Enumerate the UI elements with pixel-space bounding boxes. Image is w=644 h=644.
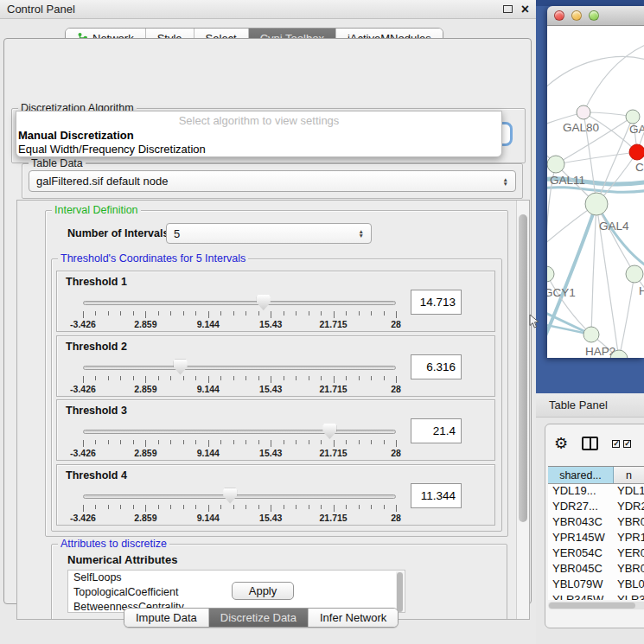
cell-name[interactable]: YBR0	[614, 515, 644, 531]
cell-shared-name[interactable]: YER054C	[548, 546, 614, 562]
cell-shared-name[interactable]: YDR27...	[548, 500, 614, 515]
table-row[interactable]: YBR043CYBR0	[548, 515, 644, 531]
threshold-slider-track[interactable]	[83, 430, 396, 434]
network-node-ga[interactable]	[626, 110, 640, 124]
tick-mark	[220, 440, 221, 444]
bottom-tab-impute-data[interactable]: Impute Data	[124, 609, 209, 627]
table-row[interactable]: YBR045CYBR0	[548, 562, 644, 577]
cell-shared-name[interactable]: YBR043C	[548, 515, 614, 531]
dropdown-option-equal-width-frequency[interactable]: Equal Width/Frequency Discretization	[16, 142, 501, 156]
cell-shared-name[interactable]: YPR145W	[548, 531, 614, 546]
threshold-value-field[interactable]: 6.316	[411, 354, 462, 379]
threshold-slider-thumb[interactable]	[322, 424, 336, 439]
cell-name[interactable]: YER0	[614, 546, 644, 562]
cell-shared-name[interactable]: YDL19...	[548, 484, 614, 500]
table-row[interactable]: YDR27...YDR2	[548, 500, 644, 515]
column-header-shared-[interactable]: shared...	[548, 467, 614, 483]
table-panel-titlebar: Table Panel	[536, 393, 644, 418]
column-header-n[interactable]: n	[614, 467, 644, 483]
tick-mark	[258, 440, 259, 444]
threshold-slider-thumb[interactable]	[257, 295, 271, 310]
table-horizontal-scrollbar[interactable]	[548, 602, 644, 609]
cell-name[interactable]: YBR0	[614, 562, 644, 577]
tick-mark	[120, 311, 121, 316]
network-node-red-node[interactable]	[629, 144, 644, 160]
zoom-traffic-icon[interactable]	[589, 10, 599, 21]
slider-ticks	[83, 505, 396, 512]
number-of-intervals-combobox[interactable]: 5 ▲▼	[166, 223, 372, 244]
select-columns-icon[interactable]: ✓ ✓	[612, 440, 631, 448]
table-row[interactable]: YBL079WYBL0	[548, 577, 644, 593]
network-node-gal11[interactable]	[547, 156, 564, 173]
network-node-h[interactable]	[626, 265, 643, 283]
network-edge[interactable]	[547, 56, 644, 91]
cell-name[interactable]: YLR3	[614, 593, 644, 600]
table-row[interactable]: YDL19...YDL1	[548, 484, 644, 500]
network-edge[interactable]	[583, 112, 633, 117]
threshold-value-field[interactable]: 21.4	[411, 418, 462, 443]
tick-mark	[245, 376, 246, 380]
tick-mark	[396, 376, 397, 383]
tick-mark	[296, 376, 296, 380]
network-edge[interactable]	[583, 43, 644, 112]
network-node-gal4[interactable]	[585, 193, 608, 215]
bottom-tab-infer-network[interactable]: Infer Network	[309, 609, 398, 627]
bottom-tab-discretize-data[interactable]: Discretize Data	[209, 609, 309, 627]
cell-shared-name[interactable]: YBR045C	[548, 562, 614, 577]
cell-shared-name[interactable]: YBL079W	[548, 577, 614, 593]
tick-mark	[384, 505, 385, 509]
network-edge[interactable]	[619, 274, 634, 358]
network-canvas[interactable]: GAL80GACGAL11GAL4GCY1HHAP2	[547, 26, 644, 358]
network-edge[interactable]	[547, 188, 644, 193]
network-edge[interactable]	[547, 204, 596, 344]
tick-mark	[245, 505, 246, 509]
control-panel-titlebar: Control Panel ×	[0, 0, 536, 19]
threshold-slider-thumb[interactable]	[174, 360, 188, 375]
apply-button[interactable]: Apply	[232, 582, 294, 600]
float-window-icon[interactable]	[503, 5, 513, 13]
network-edge[interactable]	[596, 204, 644, 268]
table-row[interactable]: YPR145WYPR1	[548, 531, 644, 546]
table-row[interactable]: YER054CYER0	[548, 546, 644, 562]
network-node-gcy1[interactable]	[547, 266, 554, 282]
network-edge[interactable]	[591, 204, 596, 335]
network-edge[interactable]	[596, 204, 634, 274]
network-node-gal80[interactable]	[577, 105, 590, 119]
cell-name[interactable]: YDR2	[614, 500, 644, 515]
tick-mark	[133, 311, 134, 316]
cell-name[interactable]: YBL0	[614, 577, 644, 593]
cell-shared-name[interactable]: YLR345W	[548, 593, 614, 600]
threshold-slider-thumb[interactable]	[223, 488, 237, 504]
network-edge[interactable]	[556, 152, 637, 164]
gear-icon[interactable]: ⚙	[554, 436, 568, 451]
number-of-intervals-label: Number of Intervals	[67, 227, 169, 239]
threshold-value-field[interactable]: 11.344	[411, 483, 462, 508]
tick-mark	[396, 505, 397, 512]
tick-label: 9.144	[197, 448, 220, 458]
threshold-slider-track[interactable]	[83, 494, 396, 499]
threshold-value-field[interactable]: 14.713	[411, 290, 462, 315]
table-data-combobox[interactable]: galFiltered.sif default node ▲▼	[29, 170, 516, 192]
tick-mark	[145, 440, 146, 447]
cell-name[interactable]: YPR1	[614, 531, 644, 546]
network-window-titlebar[interactable]	[547, 6, 644, 26]
scrollbar-thumb[interactable]	[397, 572, 403, 612]
minimize-traffic-icon[interactable]	[571, 10, 582, 21]
vertical-scrollbar[interactable]	[516, 201, 529, 619]
attributes-list-scrollbar[interactable]	[396, 571, 404, 613]
threshold-slider-track[interactable]	[83, 366, 396, 370]
column-view-icon[interactable]	[582, 437, 598, 450]
tick-mark	[396, 440, 397, 447]
close-icon[interactable]: ×	[521, 3, 529, 16]
tick-mark	[371, 311, 372, 316]
tick-mark	[95, 505, 96, 509]
dropdown-option-manual-discretization[interactable]: Manual Discretization	[16, 128, 501, 142]
vertical-scrollbar-thumb[interactable]	[519, 214, 527, 522]
threshold-slider-track[interactable]	[83, 301, 396, 305]
network-node-hap2[interactable]	[583, 327, 599, 342]
close-traffic-icon[interactable]	[554, 10, 564, 21]
tick-label: 2.859	[134, 513, 156, 523]
table-row[interactable]: YLR345WYLR3	[548, 593, 644, 600]
cell-name[interactable]: YDL1	[614, 484, 644, 500]
horizontal-scrollbar-thumb[interactable]	[549, 603, 635, 609]
